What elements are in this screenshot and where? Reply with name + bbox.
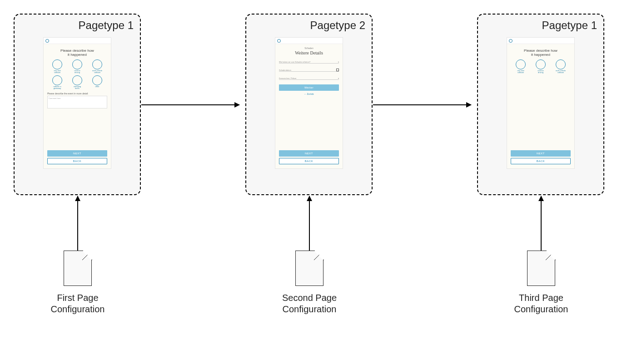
file-icon [64, 251, 92, 286]
option-icon [92, 59, 102, 69]
config-group-2: Second Page Configuration [275, 196, 343, 315]
phone-caption: Please describe the event in more detail… [47, 92, 107, 95]
option-icon [556, 59, 566, 69]
icon-row: rollover in giveaway changing lanes othe… [47, 75, 107, 89]
config-arrow [309, 196, 310, 251]
option-icon [72, 75, 82, 85]
flow-arrow-2 [373, 104, 471, 105]
page-box-title: Pagetype 1 [478, 17, 603, 34]
config-label: First Page Configuration [51, 292, 105, 315]
phone-continue-button: Weiter [279, 84, 339, 91]
phone-heading: Please describe how it happened [47, 49, 107, 57]
phone-next-button: NEXT [47, 150, 107, 157]
page-box-title: Pagetype 2 [246, 17, 372, 34]
option-icon [52, 75, 62, 85]
option-icon [516, 59, 526, 69]
phone-header [275, 38, 343, 44]
flow-arrow-1 [141, 104, 239, 105]
phone-subheading: Schaden [279, 47, 339, 49]
phone-back-button: BACK [47, 158, 107, 164]
option-icon [72, 59, 82, 69]
file-icon [295, 251, 323, 286]
page-box-3: Pagetype 1 Please describe how it happen… [477, 14, 604, 195]
phone-mock-2: Schaden Weitere Details Wie haben sie vo… [275, 37, 343, 169]
page-box-2: Pagetype 2 Schaden Weitere Details Wie h… [245, 14, 373, 195]
phone-back-button: BACK [279, 158, 339, 164]
config-label: Third Page Configuration [514, 292, 568, 315]
phone-next-button: NEXT [511, 150, 571, 157]
chevron-down-icon: ▾ [338, 61, 339, 63]
config-group-1: First Page Configuration [44, 196, 112, 315]
diagram-canvas: Pagetype 1 Please describe how it happen… [14, 14, 604, 349]
phone-mock-1: Please describe how it happened rear-end… [43, 37, 111, 169]
option-icon [92, 75, 102, 85]
chevron-down-icon: ▾ [338, 77, 339, 79]
phone-next-button: NEXT [279, 150, 339, 157]
phone-header [44, 38, 111, 44]
icon-row: rear-end collision reverse driving multi… [511, 59, 571, 74]
page-box-1: Pagetype 1 Please describe how it happen… [14, 14, 141, 195]
phone-back-button: BACK [511, 158, 571, 164]
phone-back-link: ← Zurück [279, 93, 339, 95]
option-icon [536, 59, 546, 69]
phone-heading: Weitere Details [279, 50, 339, 55]
calendar-icon [336, 69, 339, 71]
phone-header [507, 38, 574, 44]
config-group-3: Third Page Configuration [507, 196, 575, 315]
config-arrow [541, 196, 542, 251]
icon-row: rear-end collision reverse driving multi… [47, 59, 107, 74]
option-icon [52, 59, 62, 69]
config-arrow [77, 196, 78, 251]
config-label: Second Page Configuration [282, 292, 337, 315]
phone-heading: Please describe how it happened [511, 49, 571, 57]
phone-mock-3: Please describe how it happened rear-end… [507, 37, 575, 169]
app-logo-icon [509, 39, 513, 43]
page-box-title: Pagetype 1 [15, 17, 140, 34]
phone-field: Schadendatum [279, 66, 339, 72]
phone-textarea: Comment here [47, 96, 107, 108]
app-logo-icon [277, 39, 281, 43]
file-icon [527, 251, 555, 286]
app-logo-icon [45, 39, 49, 43]
phone-field: Wie haben sie vom Schaden erfahren?▾ [279, 58, 339, 64]
phone-field: Kennzeichen / Polizei▾ [279, 74, 339, 80]
